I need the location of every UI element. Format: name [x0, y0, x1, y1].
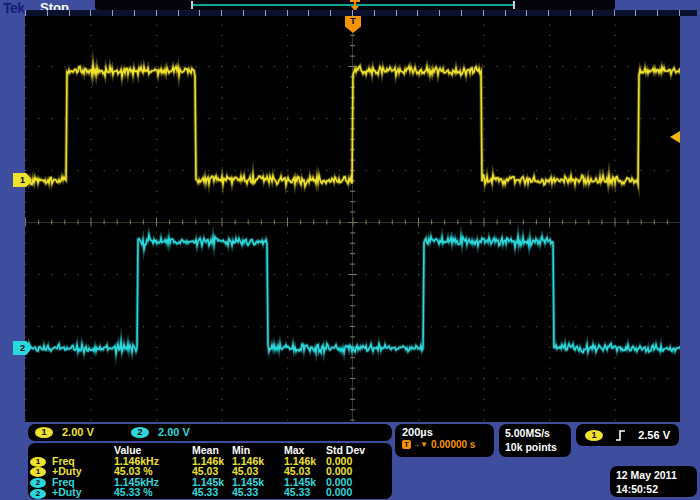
trigger-position-icon: T — [402, 440, 411, 449]
rising-edge-icon — [614, 429, 627, 442]
record-window-bracket-right — [513, 1, 515, 9]
channel-scale-bar: 1 2.00 V 2 2.00 V — [28, 424, 392, 441]
graticule: T — [25, 16, 680, 422]
waveform-canvas — [25, 16, 680, 422]
acquisition-readout: 5.00MS/s 10k points — [499, 424, 571, 457]
row-ch-badge: 1 — [30, 456, 52, 467]
col-header-min: Min — [232, 445, 284, 456]
record-length: 10k points — [505, 440, 571, 454]
record-window-bracket-left — [191, 1, 193, 9]
row-ch-badge: 1 — [30, 466, 52, 477]
date: 12 May 2011 — [616, 468, 697, 482]
trigger-source-badge: 1 — [585, 430, 603, 441]
tek-logo: Tek — [3, 0, 25, 16]
col-header-value: Value — [114, 445, 192, 456]
ch2-scale: 2.00 V — [158, 426, 190, 438]
record-view-bar — [95, 0, 615, 10]
measurements-panel: Value Mean Min Max Std Dev 1 Freq 1.146k… — [28, 443, 392, 499]
datetime-readout: 12 May 2011 14:50:52 — [610, 466, 697, 497]
timebase-readout: 200µs T →▼ 0.00000 s — [395, 424, 494, 457]
trigger-readout: 1 2.56 V — [576, 424, 679, 446]
col-header-mean: Mean — [192, 445, 232, 456]
row-ch-badge: 2 — [30, 477, 52, 488]
measurement-value: 45.33 % — [114, 487, 192, 498]
sample-rate: 5.00MS/s — [505, 426, 571, 440]
ch1-badge: 1 — [35, 427, 53, 438]
trigger-level: 2.56 V — [638, 429, 670, 441]
ch1-scale: 2.00 V — [62, 426, 94, 438]
ch2-badge: 2 — [131, 427, 149, 438]
arrow-icon: →▼ — [412, 440, 428, 449]
time: 14:50:52 — [616, 482, 697, 496]
trigger-level-arrow-icon — [670, 131, 680, 143]
trigger-position-readout: T →▼ 0.00000 s — [402, 439, 494, 450]
col-header-max: Max — [284, 445, 326, 456]
col-header-stddev: Std Dev — [326, 445, 374, 456]
measurement-name: +Duty — [52, 487, 114, 498]
oscilloscope-screen: Tek Stop T 1 2 1 2.00 V 2 2.00 V Value M… — [0, 0, 700, 500]
row-ch-badge: 2 — [30, 487, 52, 498]
timebase-scale: 200µs — [402, 426, 494, 438]
